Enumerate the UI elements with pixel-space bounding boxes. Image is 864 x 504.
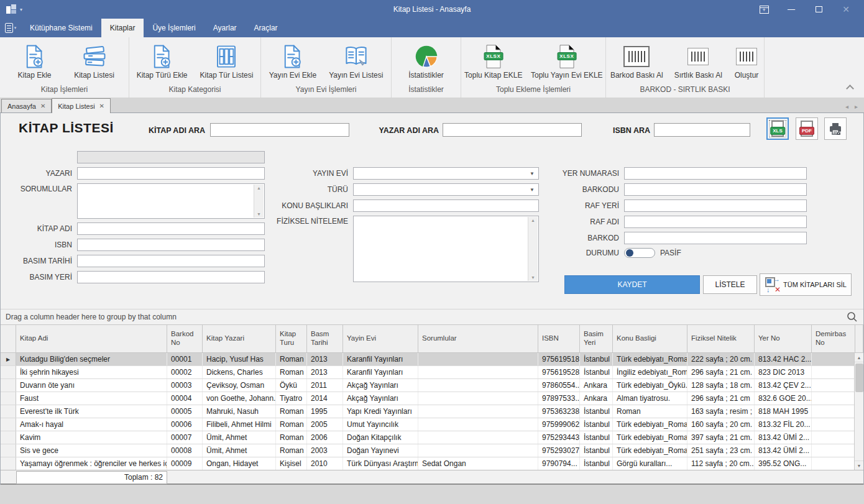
kitap-listesi-button[interactable]: Kitap Listesi — [66, 41, 123, 80]
print-button[interactable] — [824, 117, 847, 140]
vertical-scrollbar[interactable]: ▲ ▼ — [854, 353, 863, 470]
export-pdf-button[interactable]: PDF — [796, 117, 818, 140]
tum-kitaplari-sil-button[interactable]: →↓✕ TÜM KİTAPLARI SİL — [760, 273, 852, 296]
column-header-3[interactable]: Kitap Yazari — [203, 325, 276, 352]
scroll-up-icon[interactable]: ▲ — [855, 353, 863, 362]
yazari-input[interactable] — [77, 167, 265, 180]
maximize-button[interactable] — [809, 2, 828, 16]
panel-icon — [760, 6, 769, 14]
table-row[interactable]: Amak-ı hayal00006Filibeli, Ahmet HilmiRo… — [1, 418, 855, 431]
scroll-down-icon[interactable]: ▼ — [855, 460, 863, 470]
ribbon-toggle-button[interactable] — [755, 2, 773, 16]
kitap-adi-ara-input[interactable] — [210, 123, 349, 137]
column-header-5[interactable]: Basm Tarihi — [307, 325, 343, 352]
table-cell: Ankara — [580, 379, 613, 392]
close-button[interactable]: ✕ — [837, 2, 855, 16]
collapse-ribbon-icon[interactable] — [846, 85, 854, 93]
kitap-ekle-button[interactable]: Kitap Ekle — [6, 41, 63, 80]
durumu-toggle[interactable] — [624, 248, 655, 258]
table-cell — [418, 379, 538, 392]
xlsx-file-icon: XLSX — [480, 42, 507, 71]
isbn-input[interactable] — [77, 239, 265, 251]
column-header-9[interactable]: Basim Yeri — [580, 325, 613, 352]
scrollbar-thumb[interactable] — [855, 364, 863, 392]
column-header-1[interactable]: Kitap Adi — [16, 325, 167, 352]
tab-anasayfa[interactable]: Anasayfa✕ — [1, 99, 52, 112]
raf-yeri-input[interactable] — [624, 199, 807, 212]
basim-yeri-input[interactable] — [77, 271, 265, 283]
yazar-adi-ara-input[interactable] — [443, 123, 582, 137]
yayin-evi-ekle-button[interactable]: Yayın Evi Ekle — [264, 41, 321, 80]
istatistikler-button[interactable]: İstatistikler — [398, 41, 455, 80]
table-cell: 2013 — [307, 366, 343, 378]
total-count: Toplam : 82 — [16, 471, 167, 484]
turu-select[interactable]: ▼ — [353, 183, 539, 196]
basim-tarihi-input[interactable] — [77, 255, 265, 267]
isbn-ara-input[interactable] — [654, 123, 750, 137]
column-header-2[interactable]: Barkod No — [167, 325, 203, 352]
yer-numarasi-input[interactable] — [624, 167, 807, 180]
close-tab-icon[interactable]: ✕ — [99, 103, 104, 109]
barkod-baski-al-button[interactable]: Barkod Baskı Al — [606, 41, 668, 80]
column-header-4[interactable]: Kitap Turu — [276, 325, 307, 352]
column-header-6[interactable]: Yayin Evi — [343, 325, 418, 352]
table-row[interactable]: Everest'te ilk Türk00005Mahruki, NasuhRo… — [1, 405, 855, 418]
table-row[interactable]: ▶Kutadgu Bilig'den seçmeler00001Hacip, Y… — [1, 353, 855, 366]
menu-tab-uye-islemleri[interactable]: Üye İşlemleri — [144, 19, 204, 37]
scrollbar[interactable]: ▲▼ — [528, 217, 538, 281]
table-cell — [812, 405, 855, 418]
toplu-kitap-ekle-button[interactable]: XLSX Toplu Kitap EKLE — [461, 41, 526, 80]
table-row[interactable]: İki şehrin hikayesi00002Dickens, Charles… — [1, 366, 855, 379]
menu-tab-kutuphane-sistemi[interactable]: Kütüphane Sistemi — [21, 19, 101, 37]
export-xls-button[interactable]: XLS — [766, 117, 789, 140]
barkod-input[interactable] — [624, 232, 807, 244]
table-row[interactable]: Faust00004von Goethe, Johann...Tiyatro20… — [1, 392, 855, 405]
close-tab-icon[interactable]: ✕ — [40, 103, 45, 109]
menu-tab-araclar[interactable]: Araçlar — [246, 19, 287, 37]
column-header-10[interactable]: Konu Basligi — [613, 325, 687, 352]
tab-kitap-listesi[interactable]: Kitap Listesi✕ — [52, 98, 111, 113]
menu-tab-kitaplar[interactable]: Kitaplar — [101, 19, 144, 37]
barkodu-input[interactable] — [624, 183, 807, 196]
scroll-down-icon[interactable]: ▼ — [531, 275, 535, 280]
table-row[interactable]: Kavim00007Ümit, AhmetRoman2006Doğan Kita… — [1, 431, 855, 444]
table-cell: Roman — [276, 431, 307, 444]
table-row[interactable]: Yaşamayı öğrenmek : öğrenciler ve herkes… — [1, 457, 855, 470]
yayin-evi-listesi-button[interactable]: Yayın Evi Listesi — [324, 41, 388, 80]
yayin-evi-select[interactable]: ▼ — [353, 167, 539, 180]
kitap-turu-ekle-button[interactable]: Kitap Türü Ekle — [132, 41, 193, 80]
column-header-7[interactable]: Sorumlular — [418, 325, 538, 352]
tab-scroll-left-icon[interactable]: ◂ — [845, 103, 848, 110]
table-cell: 00004 — [167, 392, 203, 405]
listele-button[interactable]: LİSTELE — [703, 275, 757, 294]
scroll-down-icon[interactable]: ▼ — [257, 212, 261, 216]
table-row[interactable]: Sis ve gece00008Ümit, AhmetRoman2003Doğa… — [1, 444, 855, 457]
column-header-12[interactable]: Yer No — [755, 325, 812, 352]
sirtlik-baski-al-button[interactable]: Sırtlık Baskı Al — [670, 41, 727, 80]
search-icon[interactable] — [846, 311, 858, 323]
table-cell: Karanfil Yayınları — [343, 366, 418, 378]
kitap-tur-listesi-button[interactable]: Kitap Tür Listesi — [195, 41, 259, 80]
toplu-yayin-evi-ekle-button[interactable]: XLSX Toplu Yayın Evi EKLE — [528, 41, 605, 80]
column-header-8[interactable]: ISBN — [538, 325, 580, 352]
ribbon-group-kitap-kategorisi: Kitap Türü Ekle Kitap Tür Listesi Kitap … — [129, 37, 261, 98]
column-header-13[interactable]: Demirbas No — [812, 325, 855, 352]
scroll-up-icon[interactable]: ▲ — [531, 218, 535, 222]
tab-scroll-right-icon[interactable]: ▸ — [855, 103, 858, 110]
minimize-button[interactable]: — — [782, 2, 801, 16]
kaydet-button[interactable]: KAYDET — [564, 275, 700, 294]
group-by-bar[interactable]: Drag a column header here to group by th… — [1, 309, 863, 324]
fiziksel-niteleme-textarea[interactable]: ▲▼ — [353, 216, 539, 282]
sorumlular-textarea[interactable]: ▲▼ — [77, 183, 265, 219]
menu-tab-ayarlar[interactable]: Ayarlar — [205, 19, 246, 37]
scroll-up-icon[interactable]: ▲ — [257, 186, 261, 190]
raf-adi-input[interactable] — [624, 216, 807, 228]
konu-basliklari-input[interactable] — [353, 199, 539, 212]
table-cell: 9790794... — [538, 457, 580, 470]
olustur-button[interactable]: Oluştur — [729, 41, 764, 80]
table-row[interactable]: Duvarın öte yanı00003Çeviksoy, OsmanÖykü… — [1, 379, 855, 392]
scrollbar[interactable]: ▲▼ — [254, 185, 264, 218]
column-header-11[interactable]: Fiziksel Nitelik — [687, 325, 755, 352]
kitap-adi-input[interactable] — [77, 222, 265, 235]
main-menu-button[interactable]: ▾ — [0, 19, 21, 37]
